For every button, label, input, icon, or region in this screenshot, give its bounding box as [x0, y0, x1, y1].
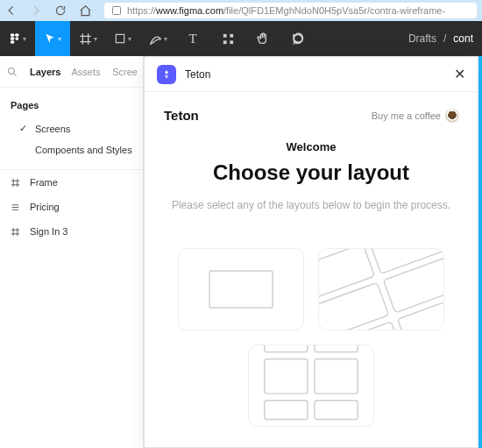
figma-menu-button[interactable]: ▾ [0, 21, 35, 56]
svg-rect-19 [398, 295, 443, 331]
search-icon[interactable] [0, 67, 25, 77]
svg-point-5 [15, 37, 18, 40]
svg-rect-9 [223, 40, 226, 44]
coffee-icon [446, 110, 458, 122]
breadcrumb-root[interactable]: Drafts [408, 32, 436, 45]
layer-item[interactable]: Frame [0, 170, 143, 195]
frame-icon [11, 227, 21, 237]
forward-icon [30, 4, 42, 17]
layer-label: Pricing [30, 202, 60, 212]
plugin-name: Teton [185, 68, 210, 81]
app-toolbar: ▾ ▾ ▾ ▾ ▾ T Drafts / cont [0, 21, 482, 56]
svg-rect-21 [315, 345, 358, 352]
buy-coffee-label: Buy me a coffee [372, 110, 441, 121]
layout-cards [164, 248, 458, 427]
layout-card-diagonal[interactable] [318, 248, 444, 331]
shape-tool-button[interactable]: ▾ [105, 21, 140, 56]
url-path: /file/QlFD1EMghNdoN0H5pVsa5r/contra-wire… [223, 5, 445, 16]
svg-rect-14 [319, 248, 374, 300]
home-icon[interactable] [79, 4, 92, 18]
svg-rect-3 [11, 40, 15, 44]
svg-rect-2 [11, 37, 15, 40]
headline: Choose your layout [164, 160, 458, 185]
layout-card-grid[interactable] [248, 345, 374, 427]
svg-rect-16 [319, 282, 389, 331]
reload-icon[interactable] [54, 4, 67, 17]
svg-rect-6 [116, 34, 124, 42]
svg-rect-0 [113, 7, 121, 15]
plugin-badge-icon [157, 65, 176, 84]
svg-rect-25 [315, 401, 358, 420]
svg-point-12 [9, 68, 15, 74]
subtext: Please select any of the layouts below t… [164, 197, 458, 213]
layer-item[interactable]: Sign In 3 [0, 219, 143, 244]
plugin-header: Teton ✕ [145, 57, 478, 92]
close-button[interactable]: ✕ [454, 66, 465, 82]
layer-item[interactable]: Pricing [0, 195, 143, 219]
page-label: Screens [35, 124, 70, 134]
check-icon: ✓ [19, 123, 28, 134]
page-label: Compoents and Styles [35, 145, 132, 155]
page-item[interactable]: Compoents and Styles [0, 139, 143, 160]
text-tool-button[interactable]: T [175, 21, 210, 56]
svg-rect-1 [11, 33, 15, 37]
svg-rect-13 [209, 271, 273, 308]
left-panel: Layers Assets Scree Pages ✓ScreensCompoe… [0, 56, 144, 448]
svg-rect-7 [223, 33, 226, 37]
svg-rect-10 [230, 40, 233, 44]
svg-rect-8 [230, 33, 233, 37]
page-item[interactable]: ✓Screens [0, 117, 143, 139]
frame-tool-button[interactable]: ▾ [70, 21, 105, 56]
comment-tool-button[interactable] [280, 21, 315, 56]
plugin-brand: Teton [164, 108, 199, 123]
svg-rect-22 [265, 359, 308, 393]
frame-icon [11, 178, 21, 188]
svg-rect-20 [265, 345, 308, 352]
tab-assets[interactable]: Assets [66, 67, 105, 77]
tab-layers[interactable]: Layers [25, 67, 66, 77]
pages-label: Pages [0, 88, 143, 117]
breadcrumb-sep: / [443, 32, 446, 45]
url-host: www.figma.com [156, 5, 223, 16]
svg-rect-15 [369, 248, 443, 274]
resources-button[interactable] [210, 21, 245, 56]
site-info-icon[interactable] [111, 5, 122, 16]
left-panel-tabs: Layers Assets Scree [0, 56, 143, 88]
svg-rect-24 [265, 401, 308, 420]
svg-point-11 [294, 33, 302, 42]
svg-rect-18 [326, 322, 403, 331]
back-icon[interactable] [5, 4, 18, 17]
plugin-body: Teton Buy me a coffee Welcome Choose you… [145, 92, 478, 447]
url-prefix: https:// [127, 5, 156, 16]
layer-label: Sign In 3 [30, 226, 67, 237]
pen-tool-button[interactable]: ▾ [140, 21, 175, 56]
move-tool-button[interactable]: ▾ [35, 21, 70, 56]
list-icon [11, 203, 21, 212]
plugin-panel: Teton ✕ Teton Buy me a coffee Welcome Ch… [144, 56, 478, 448]
breadcrumb-current[interactable]: cont [453, 32, 473, 45]
breadcrumb[interactable]: Drafts / cont [408, 32, 482, 45]
address-bar[interactable]: https://www.figma.com/file/QlFD1EMghNdoN… [104, 3, 477, 18]
svg-rect-17 [384, 257, 443, 313]
welcome-label: Welcome [164, 140, 458, 153]
buy-coffee-link[interactable]: Buy me a coffee [372, 110, 458, 122]
layer-label: Frame [30, 177, 58, 188]
hand-tool-button[interactable] [245, 21, 280, 56]
tab-page-dropdown[interactable]: Scree [107, 67, 143, 77]
layout-card-single[interactable] [178, 248, 304, 331]
browser-chrome: https://www.figma.com/file/QlFD1EMghNdoN… [0, 0, 482, 21]
svg-rect-4 [15, 33, 19, 37]
svg-rect-23 [315, 359, 358, 393]
